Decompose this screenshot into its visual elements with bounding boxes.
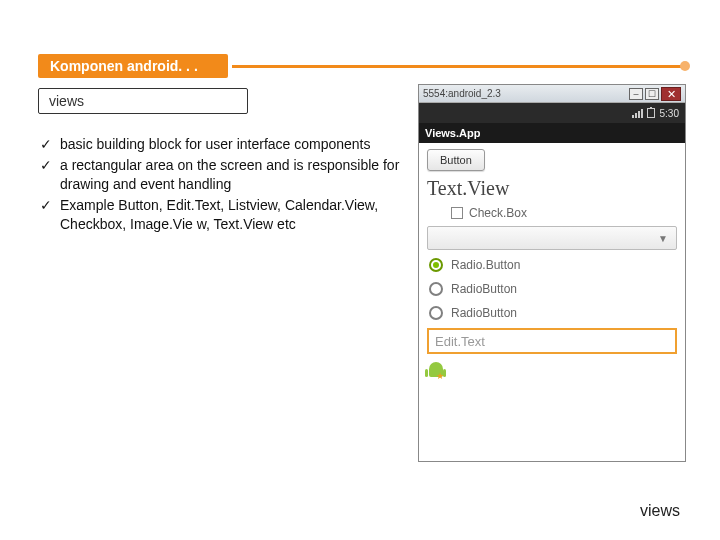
- slide-title: Komponen android. . .: [38, 54, 228, 78]
- demo-button[interactable]: Button: [427, 149, 485, 171]
- app-content: Button Text.View Check.Box ▼ Radio.Butto…: [419, 143, 685, 461]
- bullet-item: ✓ Example Button, Edit.Text, Listview, C…: [40, 196, 405, 234]
- demo-spinner[interactable]: ▼: [427, 226, 677, 250]
- status-time: 5:30: [660, 108, 679, 119]
- demo-textview: Text.View: [427, 177, 677, 200]
- edittext-hint: Edit.Text: [435, 334, 485, 349]
- footer-label: views: [640, 502, 680, 520]
- demo-edittext[interactable]: Edit.Text: [427, 328, 677, 354]
- bullet-text: basic building block for user interface …: [60, 135, 405, 154]
- battery-icon: [647, 108, 655, 118]
- radio-icon: [429, 306, 443, 320]
- emulator-titlebar: 5554:android_2.3 – ☐ ✕: [419, 85, 685, 103]
- title-divider: [232, 65, 682, 68]
- check-icon: ✓: [40, 135, 60, 154]
- check-icon: ✓: [40, 196, 60, 234]
- bullet-item: ✓ basic building block for user interfac…: [40, 135, 405, 154]
- check-icon: ✓: [40, 156, 60, 194]
- app-title-bar: Views.App: [419, 123, 685, 143]
- checkbox-icon: [451, 207, 463, 219]
- slide-title-row: Komponen android. . .: [38, 54, 690, 78]
- radio-icon: [429, 258, 443, 272]
- app-title: Views.App: [425, 127, 480, 139]
- bullet-text: Example Button, Edit.Text, Listview, Cal…: [60, 196, 405, 234]
- bullet-text: a rectangular area on the screen and is …: [60, 156, 405, 194]
- bullet-list: ✓ basic building block for user interfac…: [40, 135, 405, 235]
- demo-radio-1[interactable]: Radio.Button: [427, 256, 677, 274]
- signal-icon: [632, 108, 643, 118]
- radio-icon: [429, 282, 443, 296]
- bullet-item: ✓ a rectangular area on the screen and i…: [40, 156, 405, 194]
- android-robot-icon: ★: [427, 360, 447, 380]
- radio-label: RadioButton: [451, 282, 517, 296]
- demo-radio-3[interactable]: RadioButton: [427, 304, 677, 322]
- radio-label: RadioButton: [451, 306, 517, 320]
- emulator-window-title: 5554:android_2.3: [423, 88, 501, 99]
- demo-checkbox[interactable]: Check.Box: [451, 206, 677, 220]
- chevron-down-icon: ▼: [658, 233, 668, 244]
- checkbox-label: Check.Box: [469, 206, 527, 220]
- slide-subtitle: views: [38, 88, 248, 114]
- android-status-bar: 5:30: [419, 103, 685, 123]
- close-icon[interactable]: ✕: [661, 87, 681, 101]
- title-divider-end: [680, 61, 690, 71]
- demo-radio-2[interactable]: RadioButton: [427, 280, 677, 298]
- radio-label: Radio.Button: [451, 258, 520, 272]
- emulator-window: 5554:android_2.3 – ☐ ✕ 5:30 Views.App Bu…: [418, 84, 686, 462]
- minimize-icon[interactable]: –: [629, 88, 643, 100]
- maximize-icon[interactable]: ☐: [645, 88, 659, 100]
